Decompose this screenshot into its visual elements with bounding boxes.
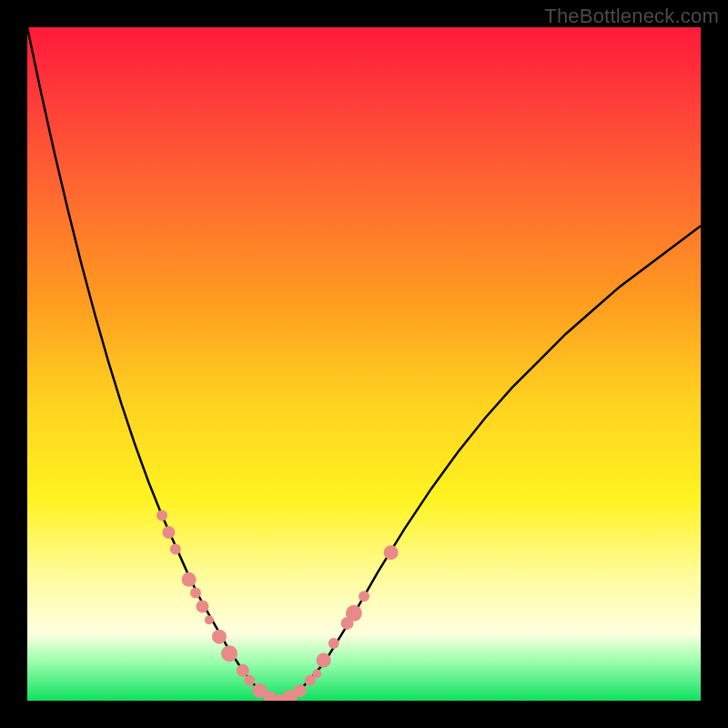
data-point [317, 653, 331, 668]
data-point [244, 675, 255, 686]
data-point [196, 600, 208, 612]
chart-svg [27, 27, 701, 701]
data-point [346, 605, 362, 622]
data-point [294, 684, 307, 697]
data-point [212, 630, 227, 644]
chart-stage: TheBottleneck.com [0, 0, 728, 728]
data-point [190, 588, 201, 599]
data-point [384, 545, 399, 560]
data-point [359, 591, 369, 602]
data-point [221, 645, 238, 662]
data-point [237, 664, 249, 677]
plot-area [27, 27, 701, 701]
data-point [182, 572, 197, 587]
data-point [170, 544, 181, 555]
data-point [312, 669, 321, 678]
data-point [205, 615, 214, 624]
data-point [162, 526, 175, 539]
watermark-text: TheBottleneck.com [544, 5, 719, 28]
data-point [329, 638, 339, 649]
data-markers [157, 511, 399, 702]
data-point [157, 511, 167, 521]
